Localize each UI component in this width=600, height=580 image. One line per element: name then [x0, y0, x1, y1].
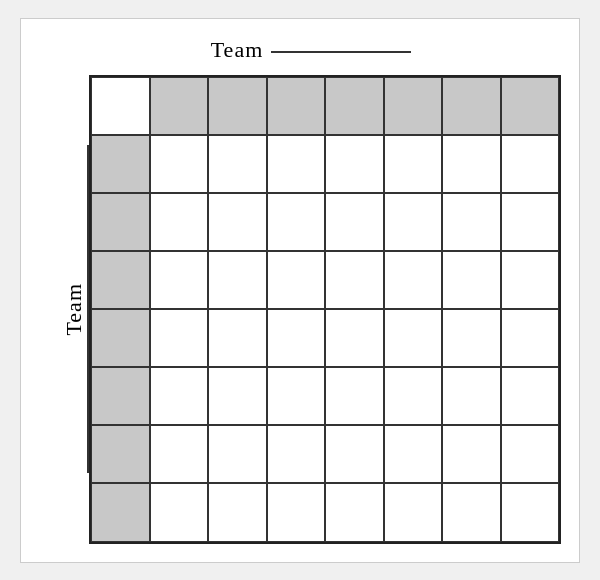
grid-cell [325, 309, 384, 367]
grid-cell [442, 77, 501, 135]
grid-cell [325, 425, 384, 483]
grid-cell [442, 367, 501, 425]
grid-cell [267, 309, 326, 367]
grid-cell [208, 425, 267, 483]
vertical-label-container: Team [61, 75, 89, 544]
grid-cell [150, 251, 209, 309]
content-row: Team [61, 75, 561, 544]
grid-cell [267, 367, 326, 425]
grid-cell [91, 483, 150, 541]
grid-cell [325, 367, 384, 425]
grid-cell [442, 251, 501, 309]
grid-cell [501, 135, 560, 193]
grid-cell [267, 251, 326, 309]
grid-cell [325, 135, 384, 193]
grid-cell [208, 309, 267, 367]
grid-cell [501, 483, 560, 541]
grid-cell [384, 77, 443, 135]
grid-cell [267, 77, 326, 135]
grid-cell [384, 251, 443, 309]
grid-cell [384, 309, 443, 367]
grid-cell [501, 193, 560, 251]
grid-cell [442, 135, 501, 193]
grid-cell [501, 367, 560, 425]
grid-cell [150, 425, 209, 483]
grid-cell [208, 77, 267, 135]
grid-cell [208, 251, 267, 309]
grid-cell [150, 135, 209, 193]
grid-cell [91, 367, 150, 425]
grid-cell [384, 425, 443, 483]
grid [89, 75, 561, 544]
grid-cell [501, 309, 560, 367]
grid-cell [267, 425, 326, 483]
grid-cell [267, 193, 326, 251]
grid-cell [501, 425, 560, 483]
grid-cell [325, 483, 384, 541]
grid-cell [208, 193, 267, 251]
grid-cell [442, 425, 501, 483]
grid-cell [91, 193, 150, 251]
grid-cell [442, 483, 501, 541]
grid-cell [150, 483, 209, 541]
grid-cell [91, 77, 150, 135]
grid-cell [91, 135, 150, 193]
grid-cell [150, 193, 209, 251]
header-underline [271, 51, 411, 53]
grid-cell [267, 483, 326, 541]
grid-cell [325, 77, 384, 135]
header-team-label: Team [211, 37, 264, 63]
grid-cell [267, 135, 326, 193]
grid-cell [384, 193, 443, 251]
grid-wrapper [89, 75, 561, 544]
vertical-team-label: Team [61, 283, 87, 336]
grid-cell [91, 309, 150, 367]
grid-cell [325, 251, 384, 309]
grid-cell [208, 367, 267, 425]
grid-cell [208, 135, 267, 193]
grid-cell [384, 135, 443, 193]
vertical-line [87, 145, 89, 473]
grid-cell [150, 77, 209, 135]
grid-cell [208, 483, 267, 541]
grid-cell [150, 367, 209, 425]
grid-cell [325, 193, 384, 251]
page: Team Team [20, 18, 580, 563]
grid-cell [384, 483, 443, 541]
header: Team [61, 37, 561, 63]
grid-cell [150, 309, 209, 367]
grid-cell [91, 251, 150, 309]
grid-cell [501, 77, 560, 135]
grid-cell [442, 309, 501, 367]
grid-cell [501, 251, 560, 309]
grid-cell [384, 367, 443, 425]
grid-cell [442, 193, 501, 251]
grid-cell [91, 425, 150, 483]
